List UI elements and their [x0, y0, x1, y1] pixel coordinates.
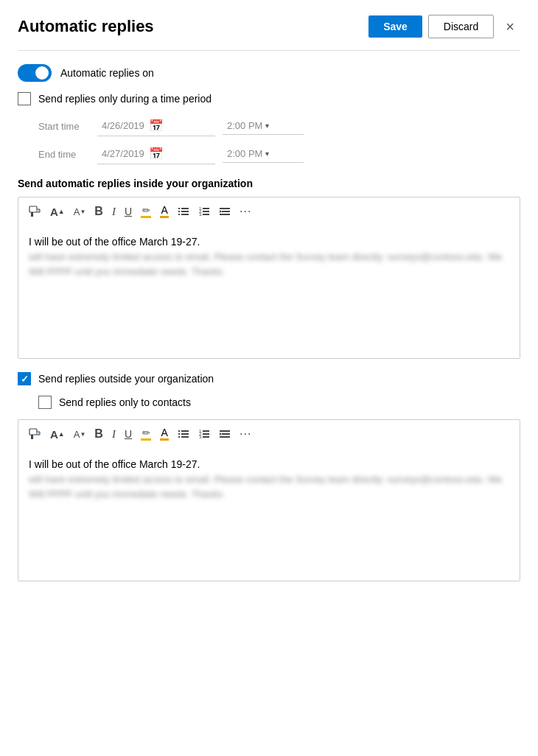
outside-org-label: Send replies outside your organization: [38, 373, 214, 385]
outside-format-painter-button[interactable]: [26, 426, 43, 442]
outside-org-checkbox-row: Send replies outside your organization: [18, 372, 520, 385]
svg-rect-7: [181, 214, 189, 215]
end-date-value: 4/27/2019: [102, 148, 144, 159]
start-time-chevron-icon: ▾: [265, 122, 269, 130]
svg-rect-31: [203, 436, 209, 438]
inside-org-main-text: I will be out of the office March 19-27.: [29, 236, 200, 248]
outside-numbered-list-button[interactable]: 1. 2. 3.: [196, 427, 212, 441]
svg-rect-1: [31, 212, 33, 217]
end-calendar-icon[interactable]: 📅: [149, 147, 164, 161]
contacts-only-checkbox[interactable]: [38, 396, 52, 409]
end-time-dropdown[interactable]: 2:00 PM ▾: [223, 145, 304, 163]
svg-rect-23: [181, 433, 189, 435]
outside-font-color-button[interactable]: A: [158, 426, 171, 442]
outside-org-checkbox[interactable]: [18, 372, 31, 385]
outside-bold-button[interactable]: B: [92, 426, 105, 442]
svg-rect-16: [220, 214, 230, 215]
indent-button[interactable]: [217, 204, 233, 219]
bold-button[interactable]: B: [92, 203, 105, 220]
more-options-button[interactable]: ···: [237, 203, 254, 220]
svg-marker-35: [220, 433, 222, 435]
svg-text:3.: 3.: [199, 435, 203, 439]
discard-button[interactable]: Discard: [428, 15, 494, 38]
start-calendar-icon[interactable]: 📅: [149, 119, 164, 133]
svg-rect-22: [178, 433, 180, 435]
outside-org-blurred-text: will have extremely limited access to em…: [29, 472, 509, 501]
numbered-list-icon: 1. 2. 3.: [198, 206, 210, 217]
svg-rect-6: [178, 214, 180, 215]
outside-underline-button[interactable]: U: [122, 427, 134, 441]
svg-rect-34: [220, 436, 230, 438]
svg-rect-27: [203, 430, 209, 432]
svg-rect-33: [222, 433, 230, 435]
outside-italic-button[interactable]: I: [110, 427, 118, 442]
outside-text-size-larger-button[interactable]: A▲: [48, 427, 67, 442]
svg-rect-18: [29, 429, 37, 435]
start-time-row: Start time 4/26/2019 📅 2:00 PM ▾: [38, 116, 520, 136]
inside-org-section: Send automatic replies inside your organ…: [18, 178, 520, 359]
svg-rect-21: [181, 430, 189, 432]
svg-rect-25: [181, 436, 189, 438]
outside-bullet-list-icon: [178, 428, 189, 440]
time-section: Start time 4/26/2019 📅 2:00 PM ▾ End tim…: [38, 116, 520, 164]
outside-highlight-button[interactable]: ✏: [139, 426, 153, 442]
text-size-larger-button[interactable]: A▲: [48, 204, 67, 220]
outside-bullet-list-button[interactable]: [175, 427, 192, 441]
svg-rect-0: [29, 206, 37, 212]
start-date-input[interactable]: 4/26/2019 📅: [97, 116, 215, 136]
format-painter-button[interactable]: [26, 203, 43, 220]
outside-text-size-smaller-button[interactable]: A▼: [71, 427, 88, 441]
font-color-button[interactable]: A: [158, 203, 171, 220]
outside-org-toolbar: A▲ A▼ B I U ✏ A: [18, 420, 520, 448]
header: Automatic replies Save Discard ×: [18, 15, 520, 38]
svg-rect-9: [203, 208, 209, 209]
outside-more-options-button[interactable]: ···: [237, 426, 254, 442]
outside-org-editor[interactable]: A▲ A▼ B I U ✏ A: [18, 419, 520, 581]
inside-org-editor-content[interactable]: I will be out of the office March 19-27.…: [18, 225, 520, 358]
inside-org-title: Send automatic replies inside your organ…: [18, 178, 520, 189]
start-time-dropdown[interactable]: 2:00 PM ▾: [223, 117, 304, 135]
automatic-replies-toggle-row: Automatic replies on: [18, 64, 520, 82]
end-time-label: End time: [38, 149, 97, 160]
outside-format-painter-icon: [28, 427, 41, 441]
svg-rect-3: [181, 208, 189, 209]
svg-rect-4: [178, 211, 180, 212]
italic-button[interactable]: I: [110, 204, 118, 220]
save-button[interactable]: Save: [368, 15, 422, 38]
svg-rect-19: [31, 435, 33, 439]
outside-org-main-text: I will be out of the office March 19-27.: [29, 458, 200, 470]
close-button[interactable]: ×: [500, 15, 520, 38]
outside-org-editor-content[interactable]: I will be out of the office March 19-27.…: [18, 448, 520, 581]
numbered-list-button[interactable]: 1. 2. 3.: [196, 204, 212, 219]
start-time-label: Start time: [38, 121, 97, 132]
outside-indent-button[interactable]: [217, 427, 233, 441]
automatic-replies-toggle[interactable]: [18, 64, 52, 82]
page-title: Automatic replies: [18, 17, 154, 36]
outside-numbered-list-icon: 1. 2. 3.: [198, 428, 210, 440]
svg-marker-17: [220, 210, 222, 213]
header-divider: [18, 50, 520, 51]
svg-rect-29: [203, 433, 209, 435]
end-time-value: 2:00 PM: [227, 148, 262, 159]
send-time-period-label: Send replies only during a time period: [38, 93, 212, 105]
svg-rect-5: [181, 211, 189, 212]
bullet-list-button[interactable]: [175, 204, 192, 219]
indent-icon: [219, 206, 231, 217]
svg-rect-13: [203, 214, 209, 215]
end-date-input[interactable]: 4/27/2019 📅: [97, 144, 215, 164]
svg-text:3.: 3.: [199, 212, 203, 217]
text-size-smaller-button[interactable]: A▼: [71, 205, 88, 219]
inside-org-editor[interactable]: A▲ A▼ B I U ✏ A: [18, 197, 520, 359]
send-time-period-row: Send replies only during a time period: [18, 92, 520, 105]
svg-rect-24: [178, 436, 180, 438]
inside-org-toolbar: A▲ A▼ B I U ✏ A: [18, 197, 520, 225]
bullet-list-icon: [178, 206, 189, 217]
toggle-label: Automatic replies on: [60, 67, 154, 79]
end-time-chevron-icon: ▾: [265, 150, 269, 158]
send-time-period-checkbox[interactable]: [18, 92, 31, 105]
underline-button[interactable]: U: [122, 204, 134, 219]
svg-rect-15: [222, 211, 230, 212]
highlight-button[interactable]: ✏: [139, 203, 153, 220]
svg-rect-20: [178, 430, 180, 432]
outside-indent-icon: [219, 428, 231, 440]
